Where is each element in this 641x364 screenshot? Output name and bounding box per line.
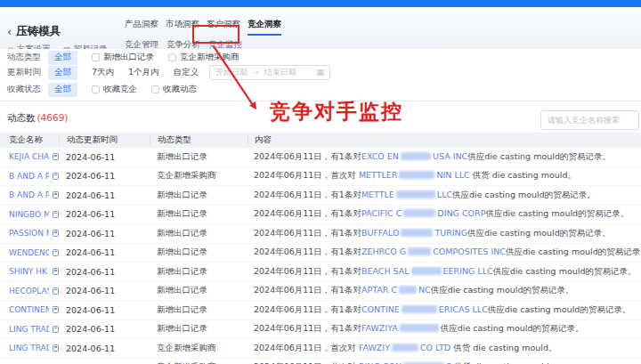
checkbox-icon[interactable] (168, 53, 176, 61)
company-link[interactable]: BEACH SAL (361, 266, 410, 276)
row-dynamic-type: 新增出口记录 (150, 247, 247, 258)
company-link[interactable]: APTAR C (361, 285, 397, 295)
monitor-icon[interactable] (53, 191, 59, 198)
content-text: 供应die casting mould的贸易记录。 (485, 208, 629, 218)
table-row[interactable]: B AND A P...2024-06-11竞企新增采购商2024年06月11日… (0, 167, 641, 187)
company-name-link[interactable]: B AND A P... (9, 172, 49, 181)
company-link[interactable]: EXCO EN (361, 151, 399, 161)
row-update-date: 2024-06-11 (59, 209, 150, 219)
back-icon[interactable]: ‹ (7, 26, 12, 37)
monitor-icon[interactable] (53, 153, 59, 160)
monitor-icon[interactable] (53, 268, 59, 275)
calendar-icon[interactable]: ▦ (317, 69, 325, 77)
monitor-icon[interactable] (53, 173, 59, 180)
checkbox-favorite-competitors[interactable]: 收藏竞企 (92, 84, 137, 95)
monitor-icon[interactable] (53, 287, 59, 295)
filter-all-pill[interactable]: 全部 (48, 51, 77, 65)
monitor-icon[interactable] (53, 230, 59, 237)
company-search-box[interactable] (540, 110, 639, 130)
content-text: 2024年06月11日，有1条对 (254, 323, 361, 333)
company-name-link[interactable]: KEJIA CHA... (9, 152, 49, 161)
table-row[interactable]: SIPA S P A S...2024-06-11竞企新增采购商2024年06月… (0, 359, 641, 364)
company-link[interactable]: FAWZIY (359, 343, 390, 352)
company-name-link[interactable]: WENDENG ... (9, 248, 49, 257)
company-link[interactable]: LLC (437, 190, 452, 199)
company-link[interactable]: METTLER (359, 170, 398, 180)
filter-row-update-time: 更新时间 全部 7天内 1个月内 自定义 开始日期 → 结束日期 ▦ (0, 66, 330, 79)
option-7-days[interactable]: 7天内 (92, 67, 114, 78)
row-update-date: 2024-06-11 (59, 171, 150, 181)
filter-all-pill[interactable]: 全部 (48, 66, 77, 80)
checkbox-icon[interactable] (92, 85, 100, 93)
row-update-date: 2024-06-11 (59, 344, 150, 353)
content-text: 2024年06月11日，有1条对 (254, 304, 361, 314)
censored-text (400, 324, 439, 332)
company-link[interactable]: PACIFIC C (361, 208, 402, 218)
company-link[interactable]: TURING (434, 228, 467, 238)
option-custom[interactable]: 自定义 (174, 67, 199, 78)
monitor-icon[interactable] (53, 249, 59, 256)
table-row[interactable]: WENDENG ...2024-06-11新增出口记录2024年06月11日，有… (0, 244, 641, 263)
filter-all-pill[interactable]: 全部 (48, 83, 77, 97)
company-link[interactable]: ZEHRCO G (361, 247, 406, 256)
row-update-date: 2024-06-11 (59, 229, 150, 239)
content-text: 供应die casting mould的贸易记录。 (506, 247, 641, 256)
tab-product-insight[interactable]: 产品洞察 (125, 19, 158, 36)
content-text: 2024年06月11日，有1条对 (254, 266, 361, 276)
table-row[interactable]: HECOPLAS...2024-06-11新增出口记录2024年06月11日，有… (0, 282, 641, 302)
company-link[interactable]: ERICAS LLC (439, 304, 488, 314)
company-name-link[interactable]: LING TRADI... (9, 344, 49, 352)
company-link[interactable]: NC (418, 285, 431, 295)
row-dynamic-type: 新增出口记录 (150, 228, 247, 239)
company-name-link[interactable]: SHINY HK I... (9, 267, 49, 276)
annotation-arrow (203, 37, 274, 122)
checkbox-favorite-dynamics[interactable]: 收藏动态 (151, 84, 197, 95)
table-row[interactable]: LING TRADI...2024-06-11竞企新增采购商2024年06月11… (0, 339, 641, 359)
table-row[interactable]: SHINY HK I...2024-06-11新增出口记录2024年06月11日… (0, 263, 641, 282)
company-link[interactable]: EERING LLC (443, 266, 493, 276)
content-text: 供货 die casting mould。 (470, 170, 576, 180)
monitor-icon[interactable] (53, 326, 59, 333)
company-name-link[interactable]: B AND A P... (9, 190, 49, 199)
row-content: 2024年06月11日，有1条对BUFFALOTURING供应die casti… (247, 228, 641, 239)
company-link[interactable]: METTLE (361, 190, 394, 199)
company-name-link[interactable]: CONTINEN... (9, 305, 49, 314)
table-row[interactable]: PASSION M...2024-06-11新增出口记录2024年06月11日，… (0, 224, 641, 244)
table-row[interactable]: NINGBO M...2024-06-11新增出口记录2024年06月11日，有… (0, 206, 641, 225)
row-dynamic-type: 竞企新增采购商 (150, 170, 247, 182)
company-link[interactable]: CO LTD (420, 343, 450, 352)
search-input[interactable] (548, 116, 632, 125)
row-dynamic-type: 新增出口记录 (150, 304, 247, 316)
table-row[interactable]: CONTINEN...2024-06-11新增出口记录2024年06月11日，有… (0, 301, 641, 320)
company-link[interactable]: FAWZIYA (361, 323, 398, 333)
company-name-link[interactable]: NINGBO M... (9, 210, 49, 219)
row-content: 2024年06月11日，首次对 FAWZIYCO LTD 供货 die cast… (247, 343, 641, 354)
company-link[interactable]: DING CORP (437, 208, 485, 218)
header-company-name: 竞企名称 (0, 134, 59, 146)
censored-text (408, 247, 431, 255)
checkbox-icon[interactable] (92, 53, 100, 61)
table-row[interactable]: KEJIA CHA...2024-06-11新增出口记录2024年06月11日，… (0, 148, 641, 167)
company-link[interactable]: CONTINE (361, 304, 400, 314)
monitor-icon[interactable] (53, 306, 59, 313)
row-dynamic-type: 新增出口记录 (150, 208, 247, 220)
tab-competitor-insight[interactable]: 竞企洞察 (247, 19, 281, 36)
filter-label: 更新时间 (0, 67, 48, 78)
table-row[interactable]: LING TRADI...2024-06-11新增出口记录2024年06月11日… (0, 320, 641, 340)
company-link[interactable]: USA INC (433, 151, 467, 161)
monitor-icon[interactable] (53, 344, 59, 352)
company-link[interactable]: NIN LLC (436, 170, 469, 180)
table-row[interactable]: B AND A P...2024-06-11新增出口记录2024年06月11日，… (0, 186, 641, 206)
company-name-link[interactable]: LING TRADI... (9, 325, 49, 334)
option-1-month[interactable]: 1个月内 (128, 67, 159, 78)
censored-text (402, 305, 437, 313)
company-name-link[interactable]: PASSION M... (9, 229, 49, 238)
censored-text (392, 344, 418, 352)
monitor-icon[interactable] (53, 211, 59, 218)
company-link[interactable]: BUFFALO (361, 228, 399, 238)
company-name-link[interactable]: HECOPLAS... (9, 287, 49, 295)
company-link[interactable]: COMPOSITES INC (433, 247, 506, 256)
checkbox-new-export-records[interactable]: 新增出口记录 (92, 52, 154, 63)
checkbox-icon[interactable] (151, 85, 159, 93)
censored-text (403, 209, 435, 217)
